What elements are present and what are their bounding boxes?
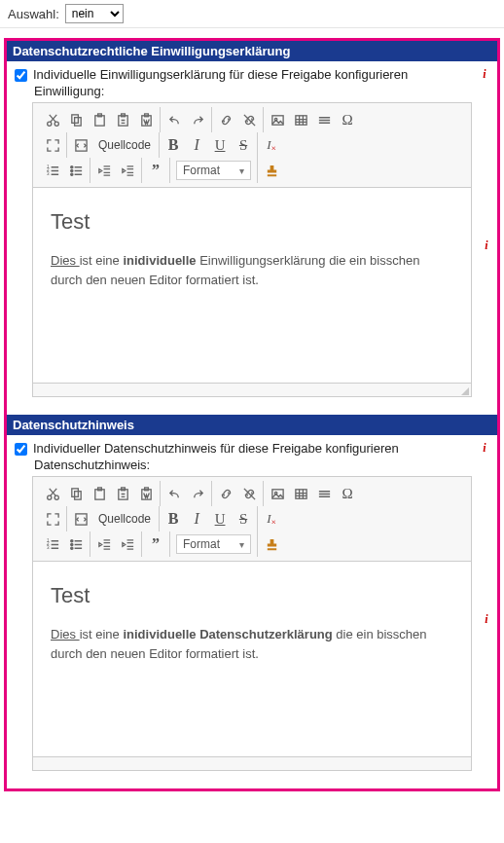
blockquote-icon[interactable]: ”	[148, 161, 163, 180]
source-icon[interactable]	[73, 509, 89, 529]
ordered-list-icon[interactable]: 123	[45, 161, 60, 180]
info-icon[interactable]	[480, 612, 493, 626]
svg-point-1	[54, 122, 58, 126]
link-icon[interactable]	[218, 110, 234, 129]
svg-rect-30	[271, 489, 282, 497]
section-header-notice: Datenschutzhinweis	[7, 415, 497, 435]
italic-button[interactable]: I	[189, 135, 204, 155]
source-label[interactable]: Quellcode	[96, 509, 153, 529]
redo-icon[interactable]	[190, 110, 205, 129]
svg-point-38	[70, 543, 72, 545]
notice-sub-label: Datenschutzhinweis:	[34, 458, 489, 472]
paste-text-icon[interactable]	[115, 484, 130, 503]
clear-format-button[interactable]: I	[264, 135, 279, 155]
content-heading: Test	[51, 579, 453, 611]
paste-text-icon[interactable]	[115, 110, 130, 129]
image-icon[interactable]	[270, 110, 285, 129]
ordered-list-icon[interactable]: 123	[45, 534, 60, 554]
consent-editor-content[interactable]: Test Dies ist eine inidividuelle Einwill…	[33, 188, 471, 383]
auswahl-select[interactable]: nein	[65, 4, 124, 23]
table-icon[interactable]	[293, 484, 308, 503]
indent-icon[interactable]	[120, 534, 135, 554]
unordered-list-icon[interactable]	[68, 161, 84, 180]
chevron-down-icon: ▾	[239, 539, 244, 550]
bold-button[interactable]: B	[165, 135, 181, 155]
paste-word-icon[interactable]	[138, 484, 154, 503]
content-paragraph: Dies ist eine inidividuelle Einwilligung…	[51, 251, 453, 289]
indent-icon[interactable]	[120, 161, 135, 180]
section-body-consent: Individuelle Einwilligungserklärung für …	[7, 61, 497, 415]
chevron-down-icon: ▾	[239, 165, 244, 176]
content-heading: Test	[51, 205, 453, 238]
consent-sub-label: Einwilligung:	[34, 84, 489, 98]
format-combo[interactable]: Format ▾	[176, 534, 251, 554]
svg-text:3: 3	[46, 171, 49, 176]
individual-consent-checkbox[interactable]	[15, 69, 27, 82]
content-paragraph: Dies ist eine inidividuelle Datenschutze…	[51, 625, 453, 663]
redo-icon[interactable]	[190, 484, 205, 503]
resize-grip[interactable]	[461, 387, 469, 395]
paste-word-icon[interactable]	[138, 110, 154, 129]
bold-button[interactable]: B	[165, 509, 181, 529]
info-icon[interactable]	[478, 441, 491, 455]
hr-icon[interactable]	[316, 484, 332, 503]
copy-icon[interactable]	[68, 484, 84, 503]
maximize-icon[interactable]	[45, 509, 60, 529]
notice-editor: Ω Quellcode B I U S	[32, 476, 472, 771]
format-combo-label: Format	[183, 537, 220, 551]
maximize-icon[interactable]	[45, 135, 60, 155]
strike-button[interactable]: S	[235, 509, 251, 529]
format-combo-label: Format	[183, 164, 220, 177]
source-icon[interactable]	[73, 135, 89, 155]
highlighted-region: Datenschutzrechtliche Einwilligungserklä…	[4, 38, 500, 791]
strike-button[interactable]: S	[235, 135, 251, 155]
undo-icon[interactable]	[166, 110, 182, 129]
svg-rect-12	[295, 115, 306, 124]
editor-toolbar: Ω Quellcode B I U S	[33, 103, 471, 188]
info-icon[interactable]	[480, 238, 493, 252]
copy-icon[interactable]	[68, 110, 84, 129]
image-icon[interactable]	[270, 484, 285, 503]
omega-icon[interactable]: Ω	[340, 110, 355, 129]
cut-icon[interactable]	[45, 484, 60, 503]
consent-editor: Ω Quellcode B I U S	[32, 102, 472, 397]
unlink-icon[interactable]	[241, 484, 257, 503]
outdent-icon[interactable]	[96, 161, 112, 180]
individual-notice-checkbox[interactable]	[15, 443, 27, 456]
cut-icon[interactable]	[45, 110, 60, 129]
omega-icon[interactable]: Ω	[340, 484, 355, 503]
svg-point-20	[47, 495, 51, 499]
undo-icon[interactable]	[166, 484, 182, 503]
editor-footer	[33, 756, 471, 770]
individual-consent-label: Individuelle Einwilligungserklärung für …	[33, 67, 489, 82]
editor-footer	[33, 383, 471, 396]
svg-point-18	[70, 169, 72, 171]
blockquote-icon[interactable]: ”	[148, 534, 163, 554]
auswahl-label: Auswahl:	[8, 7, 59, 21]
stamp-icon[interactable]	[264, 534, 279, 554]
outdent-icon[interactable]	[96, 534, 112, 554]
paste-icon[interactable]	[91, 484, 107, 503]
svg-text:3: 3	[46, 545, 49, 550]
source-label[interactable]: Quellcode	[96, 135, 153, 155]
table-icon[interactable]	[293, 110, 308, 129]
individual-notice-label: Individueller Datenschutzhinweis für die…	[33, 441, 489, 456]
svg-rect-10	[271, 115, 282, 124]
format-combo[interactable]: Format ▾	[176, 161, 251, 180]
paste-icon[interactable]	[91, 110, 107, 129]
clear-format-button[interactable]: I	[264, 509, 279, 529]
link-icon[interactable]	[218, 484, 234, 503]
info-icon[interactable]	[478, 67, 491, 81]
editor-toolbar: Ω Quellcode B I U S	[33, 477, 471, 562]
svg-point-17	[70, 165, 72, 167]
svg-point-37	[70, 539, 72, 541]
italic-button[interactable]: I	[189, 509, 204, 529]
underline-button[interactable]: U	[212, 509, 228, 529]
notice-editor-content[interactable]: Test Dies ist eine inidividuelle Datensc…	[33, 562, 471, 756]
hr-icon[interactable]	[316, 110, 332, 129]
underline-button[interactable]: U	[212, 135, 228, 155]
unordered-list-icon[interactable]	[68, 534, 84, 554]
stamp-icon[interactable]	[264, 161, 279, 180]
unlink-icon[interactable]	[241, 110, 257, 129]
svg-point-19	[70, 173, 72, 175]
